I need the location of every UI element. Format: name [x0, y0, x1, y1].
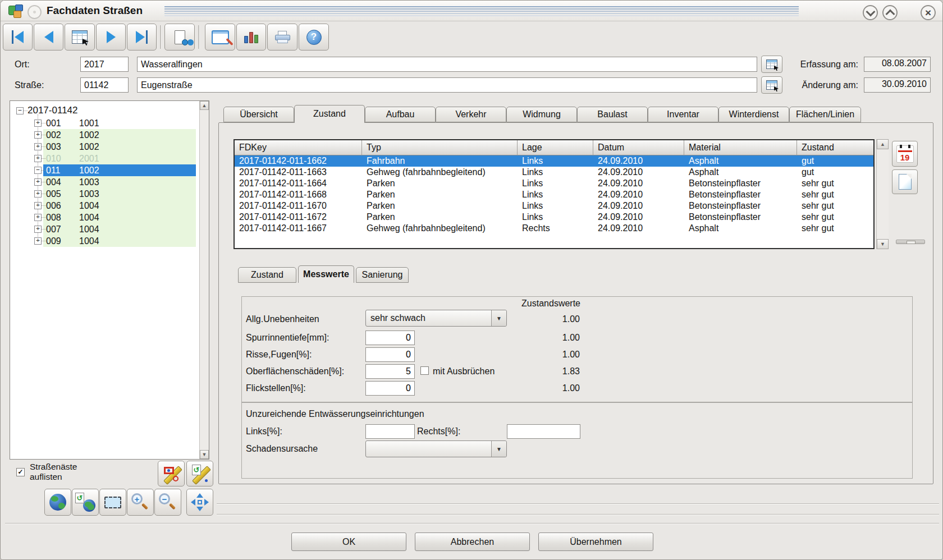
table-row[interactable]: 2017-01142-011-1668ParkenLinks24.09.2010… [235, 189, 873, 200]
tree-root-label[interactable]: 2017-01142 [28, 105, 78, 116]
table-row[interactable]: 2017-01142-011-1667Gehweg (fahrbahnbegle… [235, 223, 873, 234]
cancel-button[interactable]: Abbrechen [415, 533, 530, 551]
tree-item[interactable]: 0011001 [43, 117, 196, 129]
tab-verkehr[interactable]: Verkehr [436, 107, 506, 122]
scroll-up-button[interactable]: ▲ [877, 139, 889, 149]
scroll-up-button[interactable]: ▲ [200, 101, 209, 110]
mit-ausbruechen-checkbox[interactable] [420, 366, 429, 375]
tab-flaechen-linien[interactable]: Flächen/Linien [789, 107, 861, 122]
previous-record-button[interactable] [34, 24, 63, 51]
tree-expander[interactable]: + [34, 131, 42, 139]
oberflaechen-field[interactable] [365, 364, 415, 379]
tree-item[interactable]: 0071004 [43, 223, 196, 235]
tree-expander[interactable]: + [34, 155, 42, 162]
apply-button[interactable]: Übernehmen [538, 533, 653, 551]
tab-widmung[interactable]: Widmung [506, 107, 577, 122]
map-zoom-window-button[interactable] [99, 489, 126, 516]
tree-expander[interactable]: + [34, 120, 42, 127]
tree-item-selected[interactable]: 0111002 [43, 164, 196, 176]
tree-expander[interactable]: − [34, 167, 42, 174]
tree-item[interactable]: 0061004 [43, 200, 196, 212]
last-record-button[interactable] [127, 24, 157, 51]
column-header-typ[interactable]: Typ [362, 140, 518, 155]
links-field[interactable] [365, 424, 415, 439]
table-row[interactable]: 2017-01142-011-1670ParkenLinks24.09.2010… [235, 200, 873, 212]
tab-inventar[interactable]: Inventar [648, 107, 718, 122]
tree-expander[interactable]: + [34, 237, 42, 245]
column-header-zustand[interactable]: Zustand [797, 140, 873, 155]
table-scrollbar[interactable]: ▲ ▼ [876, 139, 889, 249]
tab-uebersicht[interactable]: Übersicht [223, 107, 294, 122]
tree-root-expander[interactable]: − [16, 107, 24, 114]
report-preview-button[interactable] [164, 24, 195, 51]
column-header-fdkey[interactable]: FDKey [235, 140, 362, 155]
set-date-button[interactable]: 19 [892, 141, 918, 167]
new-record-button[interactable] [892, 169, 918, 194]
tree-expander[interactable]: + [34, 143, 42, 150]
table-row[interactable]: 2017-01142-011-1664ParkenLinks24.09.2010… [235, 178, 873, 189]
tree-expander[interactable]: + [34, 178, 42, 186]
spurrinnentiefe-field[interactable] [365, 331, 415, 345]
subtab-messwerte[interactable]: Messwerte [298, 265, 354, 283]
subtab-zustand[interactable]: Zustand [238, 267, 296, 283]
tree-item-disabled[interactable]: 0102001 [43, 153, 196, 164]
ort-select-button[interactable] [761, 56, 782, 73]
tree-scrollbar[interactable]: ▲ ▼ [199, 101, 209, 459]
tree-item[interactable]: 0051003 [43, 188, 196, 200]
column-header-material[interactable]: Material [684, 140, 797, 155]
map-select-segment-button[interactable] [158, 461, 185, 486]
tree-expander[interactable]: + [34, 190, 42, 198]
window-menu-icon[interactable] [28, 5, 42, 19]
ort-name-field[interactable] [137, 57, 757, 72]
schadensursache-dropdown[interactable]: ▼ [365, 440, 507, 457]
tree-expander[interactable]: + [34, 202, 42, 209]
tab-winterdienst[interactable]: Winterdienst [718, 107, 789, 122]
rechts-field[interactable] [507, 424, 580, 439]
chevron-down-icon: ▼ [491, 310, 506, 326]
map-zoom-in-button[interactable]: + [127, 489, 154, 516]
ort-code-field[interactable] [80, 57, 129, 72]
tab-aufbau[interactable]: Aufbau [365, 107, 436, 122]
table-row[interactable]: 2017-01142-011-1672ParkenLinks24.09.2010… [235, 212, 873, 223]
tree-expander[interactable]: + [34, 214, 42, 221]
shade-window-button[interactable] [863, 5, 878, 20]
map-zoom-out-button[interactable]: − [154, 489, 181, 516]
statistics-button[interactable] [236, 24, 266, 51]
tab-baulast[interactable]: Baulast [577, 107, 648, 122]
strasse-code-field[interactable] [80, 77, 129, 93]
next-record-button[interactable] [96, 24, 126, 51]
record-list-button[interactable] [65, 24, 95, 51]
strasse-select-button[interactable] [761, 76, 782, 94]
close-window-button[interactable]: × [921, 5, 936, 20]
scroll-down-button[interactable]: ▼ [200, 450, 209, 459]
splitter-handle[interactable] [896, 240, 925, 244]
tree-expander[interactable]: + [34, 226, 42, 233]
tree-item[interactable]: 0031002 [43, 141, 196, 153]
scroll-down-button[interactable]: ▼ [877, 239, 889, 249]
tab-zustand[interactable]: Zustand [294, 105, 365, 123]
column-header-datum[interactable]: Datum [593, 140, 684, 155]
tree-item[interactable]: 0021002 [43, 129, 196, 141]
tree-item[interactable]: 0041003 [43, 176, 196, 188]
map-world-refresh-button[interactable]: ↺ [72, 489, 99, 516]
tree-item[interactable]: 0081004 [43, 212, 196, 223]
risse-field[interactable] [365, 347, 415, 362]
column-header-lage[interactable]: Lage [518, 140, 593, 155]
ok-button[interactable]: OK [291, 533, 406, 551]
tree-item[interactable]: 0091004 [43, 235, 196, 247]
map-pan-button[interactable] [186, 489, 213, 516]
unshade-window-button[interactable] [882, 5, 898, 20]
map-world-button[interactable] [44, 489, 71, 516]
subtab-sanierung[interactable]: Sanierung [356, 267, 409, 283]
print-button[interactable] [267, 24, 297, 51]
help-button[interactable]: ? [299, 24, 329, 51]
first-record-button[interactable] [3, 24, 33, 51]
table-row-selected[interactable]: 2017-01142-011-1662FahrbahnLinks24.09.20… [235, 155, 873, 167]
strasse-name-field[interactable] [137, 77, 757, 93]
table-row[interactable]: 2017-01142-011-1663Gehweg (fahrbahnbegle… [235, 167, 873, 178]
flickstellen-field[interactable] [365, 381, 415, 396]
map-sync-segment-button[interactable]: ↺ [186, 461, 213, 486]
edit-form-button[interactable] [205, 24, 235, 51]
unebenheiten-dropdown[interactable]: sehr schwach ▼ [365, 310, 507, 327]
strassenaeste-checkbox[interactable]: ✓ [16, 468, 25, 476]
